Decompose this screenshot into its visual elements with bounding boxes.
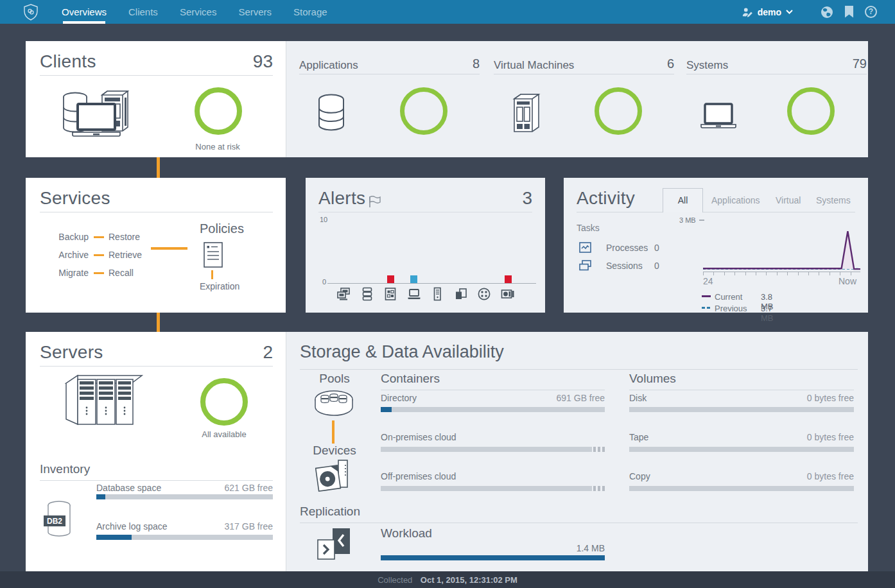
nav-item-storage[interactable]: Storage	[293, 0, 327, 24]
storage-stack-icon	[360, 287, 375, 301]
containers-column: Containers Directory 691 GB free On-prem…	[381, 332, 605, 505]
tape-bar	[629, 447, 854, 452]
clients-status-ring	[195, 87, 242, 135]
alert-category-virtual-machine[interactable]	[449, 287, 473, 301]
tape-value: 0 bytes free	[807, 432, 854, 442]
directory-label: Directory	[381, 393, 417, 403]
user-menu[interactable]: demo	[742, 7, 793, 17]
status-bar: Collected Oct 1, 2015, 12:31:02 PM	[0, 571, 895, 588]
nav-item-servers[interactable]: Servers	[238, 0, 272, 24]
servers-status-ring	[200, 378, 248, 426]
virtual-machines-panel[interactable]: Virtual Machines 6	[494, 41, 674, 157]
storage-panel[interactable]: Storage & Data Availability Pools Device…	[286, 332, 868, 571]
disk-label: Disk	[629, 393, 647, 403]
pools-devices-connector	[332, 420, 335, 444]
laptop-small-icon	[406, 287, 422, 301]
user-name: demo	[758, 7, 781, 17]
devices-label: Devices	[299, 444, 370, 458]
applications-panel[interactable]: Applications 8	[299, 41, 480, 157]
service-pair-migrate: Migrate Recall	[26, 268, 286, 279]
pools-icon	[314, 388, 354, 418]
disk-bar	[629, 407, 854, 412]
tab-systems[interactable]: Systems	[816, 195, 851, 205]
overview-row-1: Applications 8 Virtual Machines 6	[26, 41, 868, 157]
nav-item-services[interactable]: Services	[180, 0, 217, 24]
applications-dots-icon	[476, 287, 492, 301]
services-title: Services	[40, 188, 110, 209]
database-space-value: 621 GB free	[225, 483, 274, 493]
expiration-label: Expiration	[200, 281, 239, 291]
activity-panel[interactable]: Activity All Applications Virtual System…	[564, 178, 868, 313]
servers-title: Servers	[40, 342, 103, 363]
database-icon	[317, 94, 345, 131]
server-rack-icon	[61, 372, 146, 428]
activity-current-line	[703, 231, 860, 269]
service-backup: Backup	[39, 232, 89, 242]
processes-value: 0	[654, 243, 659, 253]
activity-x-start: 24	[703, 276, 713, 286]
alert-category-laptop[interactable]	[403, 287, 426, 301]
virtual-machine-icon	[453, 287, 469, 301]
service-retrieve: Retrieve	[109, 250, 142, 260]
pair-dash	[94, 236, 104, 238]
alerts-count: 3	[522, 188, 532, 209]
pools-label: Pools	[299, 372, 370, 386]
tab-virtual[interactable]: Virtual	[776, 195, 801, 205]
on-premises-cloud-bar	[381, 447, 592, 452]
tab-all[interactable]: All	[663, 188, 703, 212]
alert-category-storage-stack[interactable]	[356, 287, 379, 301]
alerts-panel[interactable]: Alerts 3 10 0	[306, 178, 545, 313]
alert-category-tape-library[interactable]	[496, 287, 519, 301]
off-premises-cloud-bar	[381, 486, 592, 491]
alert-category-server[interactable]	[379, 287, 402, 301]
help-icon[interactable]: ?	[865, 6, 877, 18]
virtual-machines-status-ring	[595, 87, 642, 135]
more-dots-icon	[593, 447, 605, 452]
clients-cluster-icon	[61, 89, 138, 140]
alert-category-applications[interactable]	[473, 287, 496, 301]
nav-utilities: demo ?	[742, 0, 877, 24]
bookmark-icon[interactable]	[844, 6, 854, 18]
policies-title: Policies	[200, 221, 244, 236]
overview-row-3: Servers 2	[26, 332, 868, 571]
systems-panel[interactable]: Systems 79	[686, 41, 867, 157]
inventory-title: Inventory	[40, 462, 90, 476]
sessions-icon	[579, 260, 591, 271]
sessions-label: Sessions	[606, 261, 643, 271]
previous-label: Previous	[715, 304, 747, 313]
summary-strip: Applications 8 Virtual Machines 6	[286, 41, 868, 157]
tower-server-icon	[430, 287, 445, 301]
pair-dash	[94, 272, 104, 274]
alert-category-tower-server[interactable]	[426, 287, 449, 301]
copy-value: 0 bytes free	[807, 471, 854, 481]
disk-value: 0 bytes free	[807, 393, 854, 403]
alert-category-client-group[interactable]	[332, 287, 355, 301]
database-space-bar	[96, 494, 273, 499]
policy-document-icon	[204, 242, 223, 268]
tab-applications[interactable]: Applications	[711, 195, 760, 205]
globe-icon[interactable]	[821, 6, 833, 19]
vm-tower-icon	[512, 94, 541, 132]
current-line-swatch	[702, 295, 711, 297]
servers-panel[interactable]: Servers 2	[26, 332, 286, 571]
workload-label: Workload	[381, 526, 432, 540]
service-recall: Recall	[109, 268, 134, 278]
systems-count: 79	[853, 56, 867, 71]
user-edit-icon	[742, 7, 753, 17]
nav-item-overviews[interactable]: Overviews	[62, 0, 107, 24]
servers-status: All available	[182, 429, 266, 439]
more-dots-icon	[593, 486, 605, 491]
sessions-value: 0	[654, 261, 659, 271]
server-icon	[383, 287, 398, 301]
replication-icon	[315, 526, 352, 562]
activity-x-end: Now	[839, 276, 856, 286]
connector-clients-services	[157, 157, 160, 178]
services-panel[interactable]: Services Backup Restore Archive Retrieve…	[26, 178, 286, 313]
service-migrate: Migrate	[39, 268, 89, 278]
clients-panel[interactable]: Clients 93 None at risk	[26, 41, 286, 157]
directory-value: 691 GB free	[557, 393, 605, 403]
service-pair-archive: Archive Retrieve	[26, 250, 286, 261]
servers-count: 2	[263, 342, 273, 363]
devices-media-icon	[315, 459, 351, 494]
nav-item-clients[interactable]: Clients	[128, 0, 158, 24]
